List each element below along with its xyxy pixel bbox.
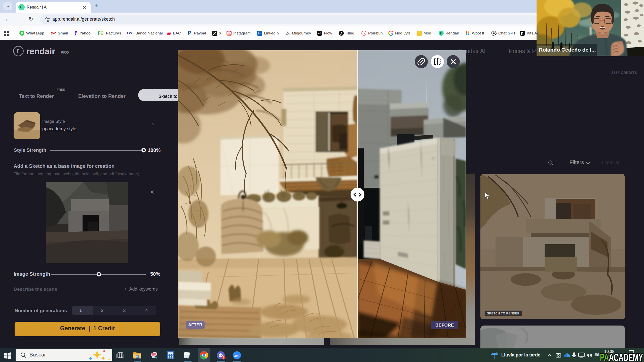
svg-text:2: 2 [223, 356, 224, 359]
svg-text:zm: zm [234, 354, 239, 357]
svg-text:r: r [440, 31, 442, 35]
svg-text:m: m [418, 31, 421, 35]
svg-text:in: in [258, 32, 260, 35]
